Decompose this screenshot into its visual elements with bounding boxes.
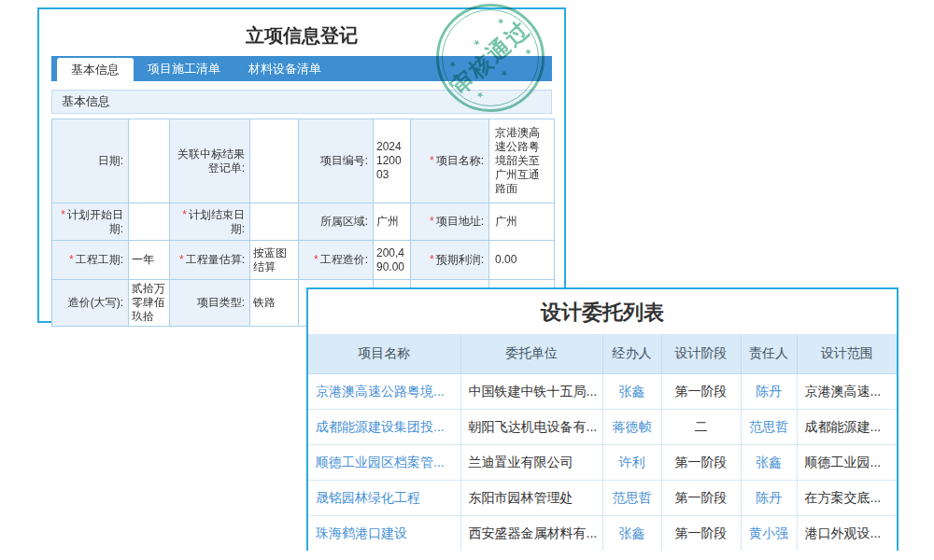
page-title: 立项信息登记 (39, 22, 564, 49)
required-asterisk: * (182, 208, 187, 221)
handler-link[interactable]: 张鑫 (602, 516, 661, 552)
project-name-link[interactable]: 晟铭园林绿化工程 (308, 481, 460, 516)
required-asterisk: * (430, 253, 434, 266)
design-phase-cell: 二 (661, 410, 741, 445)
field-label: 日期: (52, 119, 129, 203)
field-label: 所属区域: (299, 203, 374, 241)
field-value[interactable]: 贰拾万零肆佰玖拾 (129, 280, 170, 327)
section-header: 基本信息 (51, 90, 552, 114)
field-value[interactable]: 铁路 (250, 280, 299, 327)
table-row: 京港澳高速公路粤境...中国铁建中铁十五局...张鑫第一阶段陈丹京港澳高速... (308, 374, 897, 410)
owner-link[interactable]: 范思哲 (741, 410, 797, 445)
field-value[interactable]: 按蓝图结算 (250, 241, 299, 280)
client-cell: 朝阳飞达机电设备有... (460, 410, 602, 445)
table-body: 京港澳高速公路粤境...中国铁建中铁十五局...张鑫第一阶段陈丹京港澳高速...… (308, 374, 897, 552)
table-row: 顺德工业园区档案管...兰迪置业有限公司许利第一阶段张鑫顺德工业园... (308, 445, 897, 481)
design-commission-panel: 设计委托列表 项目名称委托单位经办人设计阶段责任人设计范围 京港澳高速公路粤境.… (306, 287, 899, 551)
tab-bar: 基本信息项目施工清单材料设备清单 (51, 56, 552, 81)
field-value[interactable]: 200,490.00 (374, 241, 411, 280)
field-label: 关联中标结果登记单: (170, 119, 250, 203)
field-value[interactable] (129, 119, 170, 203)
field-value[interactable] (250, 203, 299, 241)
tab-construction-list[interactable]: 项目施工清单 (134, 56, 234, 81)
field-value[interactable]: 一年 (129, 241, 170, 280)
project-name-link[interactable]: 珠海鹤港口建设 (308, 516, 460, 552)
field-label: *项目名称: (411, 119, 489, 203)
tab-basic-info[interactable]: 基本信息 (57, 58, 134, 81)
column-header: 项目名称 (308, 334, 460, 374)
table-header-row: 项目名称委托单位经办人设计阶段责任人设计范围 (308, 334, 897, 374)
field-value[interactable]: 广州 (374, 203, 411, 241)
form-row: *计划开始日期:*计划结束日期:所属区域:广州*项目地址:广州 (52, 203, 555, 241)
required-asterisk: * (69, 253, 74, 266)
owner-link[interactable]: 黄小强 (741, 516, 797, 552)
handler-link[interactable]: 张鑫 (602, 374, 661, 410)
field-label: *计划开始日期: (52, 203, 129, 241)
field-label: *工程造价: (299, 241, 374, 280)
design-phase-cell: 第一阶段 (661, 374, 741, 410)
column-header: 设计范围 (797, 334, 897, 374)
owner-link[interactable]: 陈丹 (741, 481, 797, 516)
field-value[interactable]: 京港澳高速公路粤境韶关至广州互通路面 (489, 119, 555, 203)
design-phase-cell: 第一阶段 (661, 481, 741, 516)
column-header: 责任人 (741, 334, 797, 374)
list-title: 设计委托列表 (308, 289, 897, 334)
owner-link[interactable]: 陈丹 (741, 374, 797, 410)
client-cell: 中国铁建中铁十五局... (460, 374, 602, 410)
client-cell: 兰迪置业有限公司 (460, 445, 602, 481)
field-label: *项目地址: (411, 203, 489, 241)
design-scope-cell: 港口外观设... (797, 516, 897, 552)
field-value[interactable] (250, 119, 299, 203)
tab-materials-list[interactable]: 材料设备清单 (234, 56, 335, 81)
design-commission-table: 项目名称委托单位经办人设计阶段责任人设计范围 京港澳高速公路粤境...中国铁建中… (308, 334, 897, 551)
field-value[interactable] (129, 203, 170, 241)
table-row: 珠海鹤港口建设西安盛器金属材料有...张鑫第一阶段黄小强港口外观设... (308, 516, 897, 552)
field-label: *计划结束日期: (170, 203, 250, 241)
required-asterisk: * (61, 208, 65, 221)
field-value[interactable]: 0.00 (489, 241, 555, 280)
design-scope-cell: 顺德工业园... (797, 445, 897, 481)
design-phase-cell: 第一阶段 (661, 445, 741, 481)
design-scope-cell: 在方案交底... (797, 481, 897, 516)
form-row: 日期:关联中标结果登记单:项目编号:2024120003*项目名称:京港澳高速公… (52, 119, 555, 203)
table-row: 晟铭园林绿化工程东阳市园林管理处范思哲第一阶段陈丹在方案交底... (308, 481, 897, 516)
required-asterisk: * (179, 253, 184, 266)
project-name-link[interactable]: 京港澳高速公路粤境... (308, 374, 460, 410)
field-label: *工程量估算: (170, 241, 250, 280)
required-asterisk: * (430, 154, 434, 167)
column-header: 委托单位 (460, 334, 602, 374)
design-scope-cell: 成都能源建... (797, 410, 897, 445)
form-row: *工程工期:一年*工程量估算:按蓝图结算*工程造价:200,490.00*预期利… (52, 241, 555, 280)
table-row: 成都能源建设集团投...朝阳飞达机电设备有...蒋德帧二范思哲成都能源建... (308, 410, 897, 445)
owner-link[interactable]: 张鑫 (741, 445, 797, 481)
column-header: 经办人 (602, 334, 661, 374)
field-label: *工程工期: (52, 241, 129, 280)
project-registration-panel: 立项信息登记 基本信息项目施工清单材料设备清单 基本信息 日期:关联中标结果登记… (37, 7, 566, 323)
design-phase-cell: 第一阶段 (661, 516, 741, 552)
handler-link[interactable]: 许利 (602, 445, 661, 481)
field-label: 项目编号: (299, 119, 374, 203)
field-value[interactable]: 广州 (489, 203, 555, 241)
handler-link[interactable]: 蒋德帧 (602, 410, 661, 445)
required-asterisk: * (314, 253, 318, 266)
project-name-link[interactable]: 成都能源建设集团投... (308, 410, 460, 445)
column-header: 设计阶段 (661, 334, 741, 374)
project-name-link[interactable]: 顺德工业园区档案管... (308, 445, 460, 481)
field-label: 项目类型: (170, 280, 250, 327)
design-scope-cell: 京港澳高速... (797, 374, 897, 410)
field-label: *预期利润: (411, 241, 489, 280)
client-cell: 西安盛器金属材料有... (460, 516, 602, 552)
required-asterisk: * (430, 215, 434, 228)
field-value[interactable]: 2024120003 (374, 119, 411, 203)
field-label: 造价(大写): (52, 280, 129, 327)
client-cell: 东阳市园林管理处 (460, 481, 602, 516)
handler-link[interactable]: 范思哲 (602, 481, 661, 516)
